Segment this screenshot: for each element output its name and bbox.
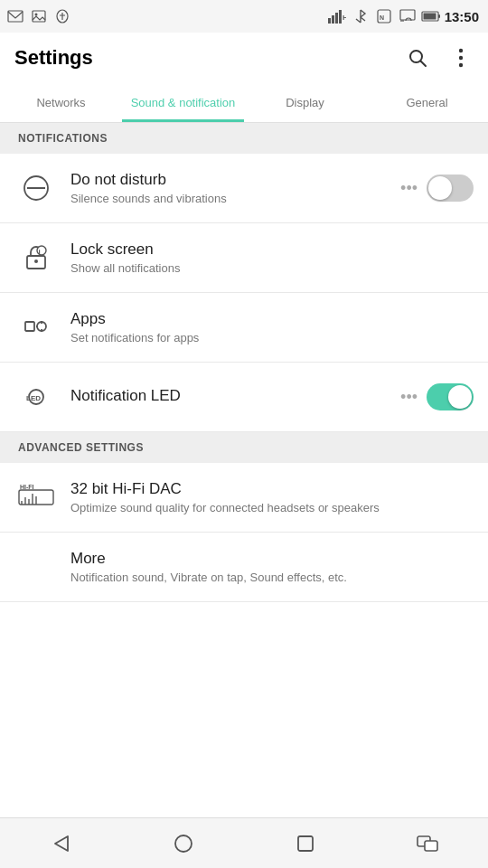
section-header-advanced: ADVANCED SETTINGS: [0, 432, 488, 463]
do-not-disturb-title: Do not disturb: [70, 171, 400, 189]
svg-text:LED: LED: [26, 394, 41, 402]
toggle-knob: [428, 176, 452, 200]
notification-led-controls: •••: [400, 383, 474, 410]
toolbar-actions: [405, 45, 474, 71]
svg-marker-39: [55, 836, 68, 851]
image-icon: [29, 6, 49, 26]
home-button[interactable]: [156, 826, 211, 862]
setting-item-hifi-dac[interactable]: HI-FI 32 bit Hi-Fi DAC Optimize sound qu…: [0, 463, 488, 533]
toolbar: Settings: [0, 33, 488, 83]
cast-icon: [398, 6, 418, 26]
nfc-icon: N: [374, 6, 394, 26]
svg-point-22: [34, 259, 38, 263]
bottom-nav: [0, 817, 488, 868]
svg-line-15: [421, 61, 427, 67]
svg-point-16: [459, 49, 463, 52]
recent-button[interactable]: [278, 826, 333, 862]
page-title: Settings: [14, 46, 93, 70]
svg-rect-3: [328, 18, 331, 24]
svg-rect-44: [426, 842, 436, 850]
setting-item-lock-screen[interactable]: i Lock screen Show all notifications: [0, 223, 488, 293]
setting-item-more[interactable]: More Notification sound, Vibrate on tap,…: [0, 533, 488, 602]
svg-rect-41: [298, 836, 313, 851]
svg-rect-5: [335, 13, 338, 24]
back-button[interactable]: [34, 826, 89, 862]
svg-text:HI-FI: HI-FI: [20, 484, 34, 490]
notification-led-toggle[interactable]: [427, 383, 474, 410]
lock-screen-icon: i: [14, 236, 58, 279]
svg-rect-0: [8, 11, 23, 22]
hifi-dac-icon: HI-FI: [14, 476, 58, 519]
lock-screen-subtitle: Show all notifications: [70, 261, 474, 275]
signal-icon: HI: [327, 6, 347, 26]
tab-display[interactable]: Display: [244, 83, 366, 122]
apps-title: Apps: [70, 310, 474, 328]
clock: 13:50: [445, 9, 479, 24]
evernote-icon: [52, 6, 72, 26]
status-left-icons: [5, 6, 72, 26]
more-icon: [14, 545, 58, 589]
do-not-disturb-dots[interactable]: •••: [400, 179, 418, 198]
svg-point-17: [459, 56, 463, 60]
more-text: More Notification sound, Vibrate on tap,…: [70, 550, 474, 584]
svg-text:N: N: [380, 14, 384, 21]
setting-item-notification-led[interactable]: LED Notification LED •••: [0, 363, 488, 432]
toggle-knob: [448, 385, 472, 409]
do-not-disturb-text: Do not disturb Silence sounds and vibrat…: [70, 171, 400, 205]
battery-icon: [421, 6, 441, 26]
tab-sound-notification[interactable]: Sound & notification: [122, 83, 244, 122]
svg-rect-12: [423, 14, 436, 20]
svg-rect-25: [25, 322, 34, 331]
apps-subtitle: Set notifications for apps: [70, 331, 474, 344]
lock-screen-text: Lock screen Show all notifications: [70, 241, 474, 275]
more-subtitle: Notification sound, Vibrate on tap, Soun…: [70, 571, 474, 584]
bluetooth-icon: [351, 6, 371, 26]
do-not-disturb-toggle[interactable]: [427, 175, 474, 202]
svg-rect-1: [33, 11, 45, 22]
more-options-button[interactable]: [448, 45, 474, 71]
switch-icon: [417, 834, 438, 854]
notification-led-dots[interactable]: •••: [400, 388, 418, 407]
notification-led-title: Notification LED: [70, 387, 400, 405]
svg-point-18: [459, 63, 463, 67]
notification-led-icon: LED: [14, 375, 58, 419]
do-not-disturb-subtitle: Silence sounds and vibrations: [70, 192, 400, 205]
setting-item-apps[interactable]: Apps Set notifications for apps: [0, 293, 488, 363]
svg-text:i: i: [39, 248, 41, 256]
svg-point-40: [175, 835, 192, 852]
back-icon: [52, 834, 71, 854]
search-icon: [407, 47, 428, 69]
setting-item-do-not-disturb[interactable]: Do not disturb Silence sounds and vibrat…: [0, 154, 488, 223]
tab-networks[interactable]: Networks: [0, 83, 122, 122]
svg-point-2: [35, 14, 38, 16]
hifi-dac-text: 32 bit Hi-Fi DAC Optimize sound quality …: [70, 480, 474, 514]
section-header-notifications: NOTIFICATIONS: [0, 123, 488, 154]
apps-icon: [14, 306, 58, 349]
more-title: More: [70, 550, 474, 568]
notification-led-text: Notification LED: [70, 387, 400, 408]
tabs-bar: Networks Sound & notification Display Ge…: [0, 83, 488, 123]
svg-rect-4: [332, 15, 334, 24]
content-area: NOTIFICATIONS Do not disturb Silence sou…: [0, 123, 488, 653]
lock-screen-title: Lock screen: [70, 241, 474, 259]
do-not-disturb-icon: [14, 166, 58, 210]
recent-icon: [296, 834, 315, 854]
search-button[interactable]: [405, 45, 430, 71]
home-icon: [174, 834, 193, 854]
do-not-disturb-controls: •••: [400, 175, 474, 202]
tab-general[interactable]: General: [366, 83, 488, 122]
hifi-dac-subtitle: Optimize sound quality for connected hea…: [70, 501, 474, 514]
switch-button[interactable]: [400, 826, 455, 862]
status-right-icons: HI N: [327, 6, 479, 26]
svg-text:HI: HI: [343, 14, 346, 22]
hifi-dac-title: 32 bit Hi-Fi DAC: [70, 480, 474, 498]
status-bar: HI N: [0, 0, 488, 33]
more-options-icon: [458, 47, 464, 69]
apps-text: Apps Set notifications for apps: [70, 310, 474, 344]
gmail-icon: [5, 6, 25, 26]
svg-rect-13: [438, 14, 440, 18]
svg-rect-6: [339, 10, 342, 24]
